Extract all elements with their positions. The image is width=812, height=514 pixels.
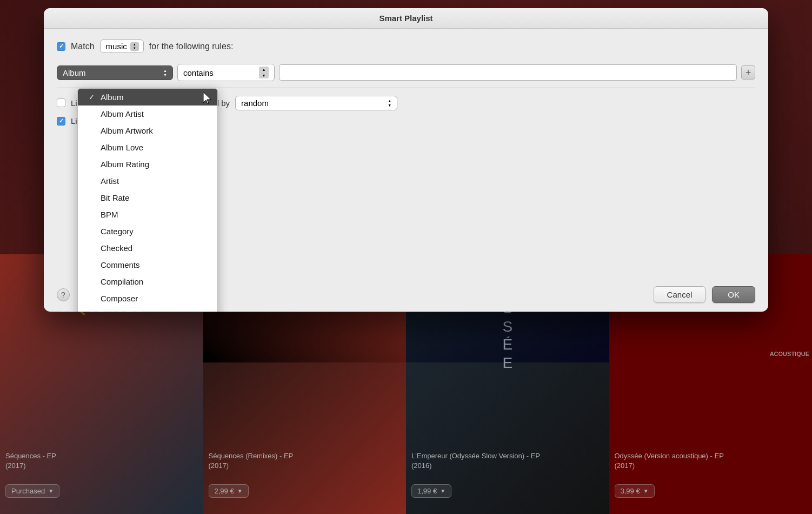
dropdown-item-label: Bit Rate (101, 193, 129, 202)
rule-condition-dropdown[interactable]: contains ▲ ▼ (177, 64, 275, 81)
smart-playlist-dialog: Smart Playlist Match music for the follo… (44, 8, 768, 312)
rule-field-value: Album (63, 68, 86, 77)
match-checkbox[interactable] (57, 42, 65, 51)
live-updating-checkbox[interactable] (57, 117, 65, 126)
match-row: Match music for the following rules: (57, 39, 755, 53)
dropdown-item-album-artist[interactable]: Album Artist (78, 106, 217, 122)
match-label: Match (71, 42, 95, 51)
dropdown-item-label: Checked (101, 243, 132, 253)
dropdown-item-album[interactable]: ✓ Album (78, 89, 217, 106)
dropdown-item-bit-rate[interactable]: Bit Rate (78, 189, 217, 206)
dropdown-item-album-love[interactable]: Album Love (78, 139, 217, 156)
field-dropdown-menu: ✓ Album Album Artist Album Artwork Album… (77, 88, 218, 312)
dropdown-item-checked[interactable]: Checked (78, 240, 217, 256)
check-icon: ✓ (89, 93, 96, 101)
dropdown-item-compilation[interactable]: Compilation (78, 273, 217, 290)
dropdown-item-artist[interactable]: Artist (78, 173, 217, 189)
limit-checkbox[interactable] (57, 98, 65, 107)
dropdown-item-album-artwork[interactable]: Album Artwork (78, 122, 217, 139)
dropdown-item-label: Album Artist (101, 109, 144, 118)
dropdown-item-category[interactable]: Category (78, 223, 217, 240)
ok-button[interactable]: OK (712, 286, 755, 303)
selected-by-value: random (241, 98, 269, 108)
dropdown-item-label: Album (101, 93, 124, 102)
dropdown-item-label: Artist (101, 176, 119, 186)
rule-row: Album ▲ ▼ contains ▲ ▼ + (57, 64, 755, 81)
match-suffix: for the following rules: (149, 42, 234, 51)
rule-field-dropdown[interactable]: Album ▲ ▼ (57, 65, 173, 80)
dropdown-item-date-added[interactable]: Date Added (78, 307, 217, 312)
dropdown-item-label: Comments (101, 260, 140, 269)
condition-stepper: ▲ ▼ (259, 67, 269, 78)
add-rule-button[interactable]: + (741, 65, 755, 80)
selected-by-dropdown[interactable]: random ▲ ▼ (235, 96, 397, 110)
dropdown-item-label: Album Love (101, 143, 143, 152)
help-button[interactable]: ? (57, 288, 70, 301)
dropdown-item-label: Compilation (101, 277, 143, 286)
dialog-title: Smart Playlist (379, 14, 432, 23)
match-select-arrow (130, 42, 139, 51)
dropdown-item-composer[interactable]: Composer (78, 290, 217, 307)
dialog-overlay: Smart Playlist Match music for the follo… (0, 0, 812, 514)
dropdown-item-label: Date Added (101, 311, 143, 312)
dropdown-item-album-rating[interactable]: Album Rating (78, 156, 217, 173)
dropdown-item-label: Album Artwork (101, 126, 153, 135)
rule-condition-value: contains (183, 68, 214, 77)
match-select[interactable]: music (100, 39, 144, 53)
dialog-titlebar: Smart Playlist (44, 8, 768, 29)
rule-text-input[interactable] (279, 64, 737, 81)
match-select-value: music (106, 42, 127, 51)
dropdown-item-bpm[interactable]: BPM (78, 206, 217, 223)
dropdown-item-label: BPM (101, 210, 118, 219)
dropdown-item-label: Album Rating (101, 160, 149, 169)
cancel-button[interactable]: Cancel (654, 286, 706, 303)
dropdown-item-label: Composer (101, 294, 138, 303)
dropdown-item-label: Category (101, 227, 134, 236)
dropdown-item-comments[interactable]: Comments (78, 256, 217, 273)
